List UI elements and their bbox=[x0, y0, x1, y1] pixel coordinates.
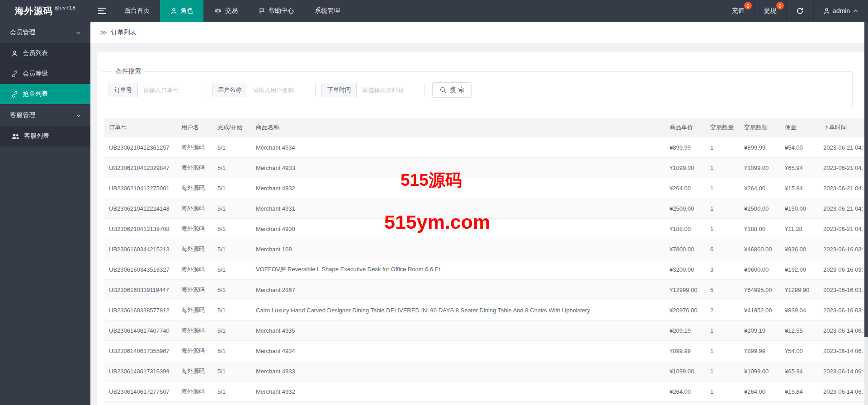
vertical-scrollbar[interactable] bbox=[864, 22, 868, 405]
cell-amount: ¥209.19 bbox=[740, 320, 780, 341]
app-logo[interactable]: 海外源码@cv718 bbox=[0, 0, 90, 22]
scrollbar-thumb[interactable] bbox=[864, 22, 868, 337]
cell-product: Merchant 4935 bbox=[251, 320, 665, 341]
sidebar-item-service-list[interactable]: 客服列表 bbox=[0, 126, 90, 146]
cell-time: 2023-06-14 06: bbox=[819, 320, 864, 341]
nav-item-trade[interactable]: 交易 bbox=[203, 0, 248, 22]
double-chevron-icon: ≫ bbox=[99, 28, 107, 37]
cell-time: 2023-06-21 04: bbox=[819, 178, 864, 198]
cell-price: ¥188.00 bbox=[665, 219, 706, 239]
link-icon bbox=[11, 91, 18, 98]
search-icon bbox=[439, 86, 447, 94]
cell-price: ¥1099.00 bbox=[665, 361, 706, 381]
sidebar-group-member-management[interactable]: 会员管理 bbox=[0, 22, 90, 43]
nav-item-help-center[interactable]: 帮助中心 bbox=[248, 0, 304, 22]
recharge-button[interactable]: 充值 0 bbox=[722, 0, 754, 22]
table-row: UB2306140617227035海外源码5/1Merchant 4930¥1… bbox=[104, 402, 864, 405]
sidebar: 会员管理会员列表会员等级抢单列表客服管理客服列表 bbox=[0, 22, 90, 405]
cell-product: Merchant 4934 bbox=[251, 137, 665, 158]
cell-price: ¥1099.00 bbox=[665, 158, 706, 178]
user-name: admin bbox=[833, 7, 850, 14]
nav-item-role[interactable]: 角色 bbox=[160, 0, 203, 22]
cell-price: ¥12999.00 bbox=[665, 280, 706, 300]
refresh-button[interactable] bbox=[786, 0, 813, 22]
cell-commission: ¥54.00 bbox=[780, 341, 819, 361]
cell-amount: ¥9600.00 bbox=[740, 259, 780, 280]
cell-time: 2023-06-21 04: bbox=[819, 198, 864, 219]
search-button-label: 搜 索 bbox=[450, 86, 464, 94]
cell-username: 海外源码 bbox=[177, 259, 213, 280]
nav-item-dashboard[interactable]: 后台首页 bbox=[114, 0, 160, 22]
cell-amount: ¥264.00 bbox=[740, 178, 780, 198]
chevron-down-icon bbox=[75, 30, 81, 36]
table-row: UB2306140617355967海外源码5/1Merchant 4934¥8… bbox=[104, 341, 864, 361]
withdraw-button[interactable]: 提现 0 bbox=[754, 0, 786, 22]
column-header: 商品名称 bbox=[251, 118, 665, 137]
user-icon bbox=[823, 8, 830, 14]
table-row: UB2306160343516327海外源码5/1VOFFOV庐 Reversi… bbox=[104, 259, 864, 280]
sidebar-item-member-list[interactable]: 会员列表 bbox=[0, 43, 90, 64]
cell-amount: ¥1099.00 bbox=[740, 158, 780, 178]
recharge-badge: 0 bbox=[744, 2, 752, 9]
sidebar-item-label: 会员等级 bbox=[23, 70, 48, 78]
order-no-input[interactable] bbox=[138, 83, 206, 97]
cell-quantity: 5 bbox=[706, 280, 740, 300]
cell-commission: ¥11.28 bbox=[780, 219, 819, 239]
cell-time: 2023-06-16 03: bbox=[819, 280, 864, 300]
cell-price: ¥209.19 bbox=[665, 320, 706, 341]
cell-username: 海外源码 bbox=[177, 198, 213, 219]
cell-progress: 5/1 bbox=[213, 198, 251, 219]
cell-quantity: 1 bbox=[706, 341, 740, 361]
cell-time: 2023-06-14 06: bbox=[819, 402, 864, 405]
cell-quantity: 1 bbox=[706, 158, 740, 178]
cell-username: 海外源码 bbox=[177, 381, 213, 402]
sidebar-item-member-level[interactable]: 会员等级 bbox=[0, 64, 90, 84]
cell-commission: ¥12.55 bbox=[780, 320, 819, 341]
cell-amount: ¥2500.00 bbox=[740, 198, 780, 219]
cell-commission: ¥11.28 bbox=[780, 402, 819, 405]
table-row: UB2306210412275001海外源码5/1Merchant 4932¥2… bbox=[104, 178, 864, 198]
menu-toggle-button[interactable] bbox=[90, 0, 114, 22]
nav-item-system[interactable]: 系统管理 bbox=[304, 0, 350, 22]
cell-time: 2023-06-14 06: bbox=[819, 381, 864, 402]
cell-quantity: 1 bbox=[706, 381, 740, 402]
order-time-input[interactable] bbox=[357, 83, 425, 97]
cell-username: 海外源码 bbox=[177, 137, 213, 158]
search-field-user-name: 用户名称 bbox=[212, 83, 316, 97]
cell-amount: ¥1099.00 bbox=[740, 361, 780, 381]
cell-time: 2023-06-21 04: bbox=[819, 137, 864, 158]
cell-time: 2023-06-14 06: bbox=[819, 341, 864, 361]
cell-time: 2023-06-16 03: bbox=[819, 259, 864, 280]
column-header: 商品单价 bbox=[665, 118, 706, 137]
table-row: UB2306140617316399海外源码5/1Merchant 4933¥1… bbox=[104, 361, 864, 381]
cell-amount: ¥46800.00 bbox=[740, 239, 780, 259]
cell-amount: ¥899.99 bbox=[740, 341, 780, 361]
app-title-suffix: @cv718 bbox=[55, 5, 76, 10]
cell-time: 2023-06-16 03: bbox=[819, 239, 864, 259]
sidebar-item-order-grab-list[interactable]: 抢单列表 bbox=[0, 84, 90, 104]
withdraw-badge: 0 bbox=[776, 2, 784, 9]
sidebar-group-service-management[interactable]: 客服管理 bbox=[0, 104, 90, 126]
user-name-input[interactable] bbox=[247, 83, 315, 97]
cell-time: 2023-06-16 03: bbox=[819, 300, 864, 320]
cell-product: Merchant 4932 bbox=[251, 381, 665, 402]
flag-icon bbox=[259, 8, 265, 14]
link-icon bbox=[11, 71, 18, 77]
nav-item-label: 角色 bbox=[180, 7, 193, 15]
cell-order_no: UB2306140617277507 bbox=[104, 381, 177, 402]
column-header: 完成/开始 bbox=[213, 118, 251, 137]
search-button[interactable]: 搜 索 bbox=[432, 82, 472, 98]
cell-commission: ¥15.84 bbox=[780, 381, 819, 402]
user-menu[interactable]: admin bbox=[813, 0, 868, 22]
cell-progress: 5/1 bbox=[213, 219, 251, 239]
cell-product: Merchant 4934 bbox=[251, 341, 665, 361]
cell-order_no: UB2306140617316399 bbox=[104, 361, 177, 381]
recharge-label: 充值 bbox=[732, 7, 745, 15]
topbar: 海外源码@cv718 后台首页角色交易帮助中心系统管理 充值 0 提现 0 ad… bbox=[0, 0, 868, 22]
cell-progress: 5/1 bbox=[213, 381, 251, 402]
cell-price: ¥264.00 bbox=[665, 178, 706, 198]
chevron-up-icon bbox=[853, 8, 859, 14]
cell-price: ¥899.99 bbox=[665, 137, 706, 158]
cell-progress: 5/1 bbox=[213, 178, 251, 198]
field-label: 订单号 bbox=[109, 83, 138, 97]
